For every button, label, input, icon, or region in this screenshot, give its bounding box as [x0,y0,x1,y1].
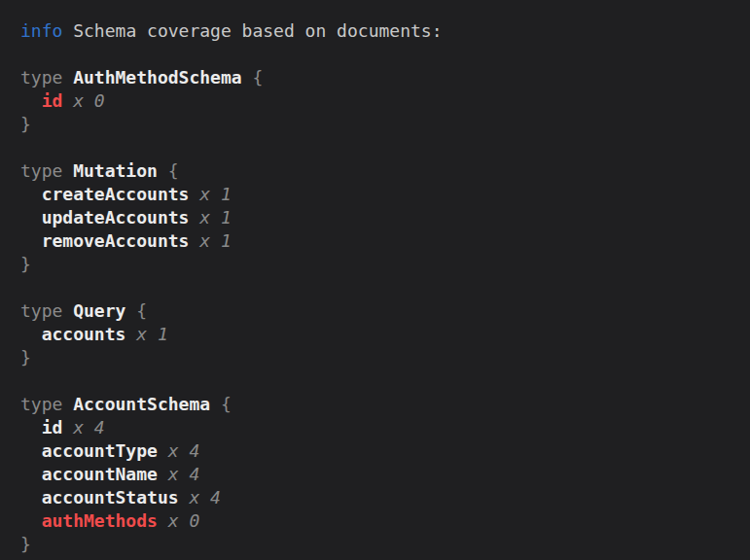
field-name: authMethods [20,510,158,531]
terminal-line: removeAccounts x 1 [20,229,740,253]
field-name: createAccounts [20,184,189,204]
terminal-blank-line [20,369,740,393]
terminal-blank-line [20,43,740,66]
close-brace: } [20,534,31,554]
terminal-line: authMethods x 0 [20,509,740,533]
open-brace: { [125,300,147,321]
terminal-line: accountName x 4 [20,463,740,486]
open-brace: { [158,160,179,181]
log-message: Schema coverage based on documents: [62,20,442,41]
field-count: x 4 [158,440,199,461]
field-name: id [20,90,62,111]
type-keyword: type [20,300,73,321]
terminal-line: } [20,113,740,136]
terminal-background: { "terminal": { "log_level": "info", "me… [0,0,750,560]
terminal-line: accountType x 4 [20,439,740,463]
terminal-line: } [20,533,740,556]
field-count: x 4 [158,464,199,484]
close-brace: } [20,114,31,134]
terminal-line: accounts x 1 [20,323,740,346]
close-brace: } [20,347,31,368]
terminal-line: type Mutation { [20,159,740,183]
field-name: accountName [20,464,158,484]
field-count: x 1 [125,324,167,344]
open-brace: { [242,67,264,88]
field-count: x 1 [189,230,231,251]
field-name: accountStatus [20,487,179,508]
type-keyword: type [20,394,73,414]
log-level-label: info [20,20,62,41]
terminal-line: id x 4 [20,416,740,439]
terminal-blank-line [20,276,740,299]
field-count: x 0 [158,510,199,531]
type-name: AccountSchema [73,394,210,414]
type-keyword: type [20,67,73,88]
field-count: x 1 [189,184,231,204]
type-keyword: type [20,160,73,181]
terminal-line: type Query { [20,299,740,323]
terminal-line: type AuthMethodSchema { [20,66,740,89]
terminal-line: id x 0 [20,89,740,113]
field-count: x 0 [62,90,104,111]
terminal-output: info Schema coverage based on documents:… [0,0,750,560]
field-name: updateAccounts [20,207,189,228]
terminal-line: info Schema coverage based on documents: [20,19,740,43]
field-count: x 1 [189,207,231,228]
field-count: x 4 [179,487,221,508]
type-name: Mutation [73,160,158,181]
close-brace: } [20,254,31,274]
terminal-line: } [20,346,740,369]
type-name: AuthMethodSchema [73,67,241,88]
type-name: Query [73,300,125,321]
field-count: x 4 [62,417,104,438]
field-name: id [20,417,62,438]
terminal-line: accountStatus x 4 [20,486,740,509]
terminal-blank-line [20,136,740,159]
open-brace: { [210,394,232,414]
field-name: accounts [20,324,125,344]
terminal-line: createAccounts x 1 [20,183,740,206]
terminal-line: updateAccounts x 1 [20,206,740,229]
field-name: accountType [20,440,158,461]
terminal-line: } [20,253,740,276]
terminal-line: type AccountSchema { [20,393,740,416]
field-name: removeAccounts [20,230,189,251]
